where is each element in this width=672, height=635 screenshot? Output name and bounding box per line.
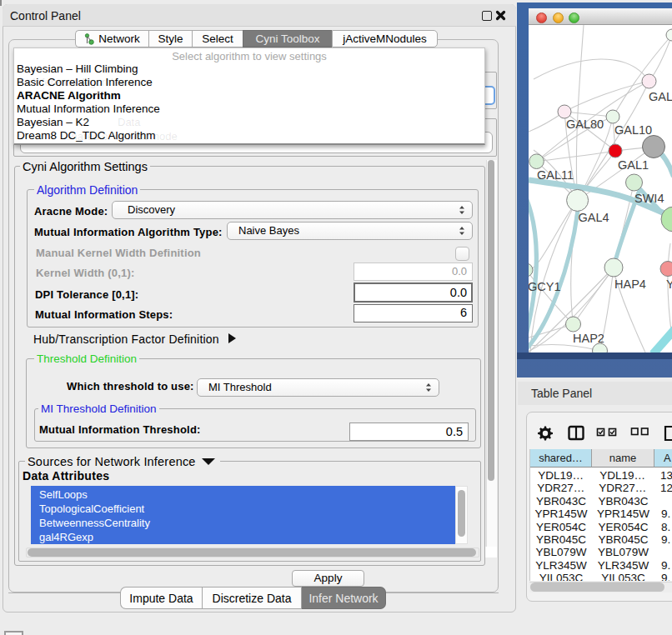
svg-text:GAL80: GAL80 [566,118,604,131]
svg-text:GAL11: GAL11 [537,168,574,182]
svg-text:HAP2: HAP2 [573,332,604,345]
svg-text:SWI4: SWI4 [634,192,664,205]
svg-text:GAL10: GAL10 [614,123,652,137]
svg-text:GCY1: GCY1 [529,280,561,293]
svg-text:HAP4: HAP4 [614,278,646,291]
svg-text:GAL4: GAL4 [579,211,609,224]
svg-text:Y: Y [666,278,672,291]
svg-text:GAL1: GAL1 [618,158,649,172]
svg-text:GAL3: GAL3 [649,90,672,103]
